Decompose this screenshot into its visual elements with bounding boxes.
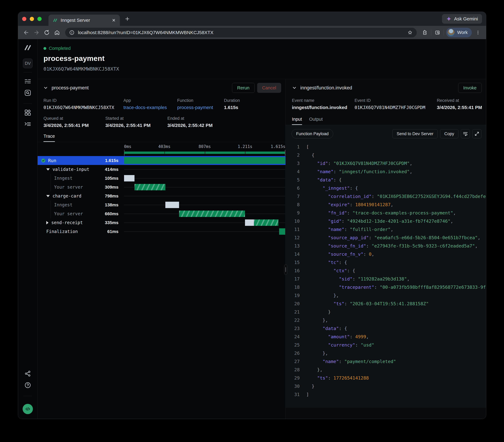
meta-item: Apptrace-docs-examples (124, 98, 177, 110)
site-info-icon[interactable] (69, 30, 74, 35)
url-bar[interactable]: localhost:8288/run?runID=01KJX6Q7W64NMKM… (65, 28, 417, 37)
run-id: 01KJX6Q7W64NMKMWBNKCJ58XTX (43, 66, 486, 72)
timeline-track (124, 174, 285, 183)
meta-value[interactable]: trace-docs-examples (124, 105, 177, 110)
trace-section-title[interactable]: process-payment (52, 85, 89, 91)
timeline-minimap[interactable] (124, 150, 285, 156)
env-badge[interactable]: DV (23, 59, 33, 68)
meta-item: Event ID01KJX6Q7V81N4DMZ7HFJ0CGPDM (355, 98, 437, 110)
help-icon[interactable] (23, 380, 33, 390)
code-line: 12 "source_app_id": "eea6afc5-e66d-5b26-… (292, 234, 486, 242)
code-line: 30 } (292, 382, 486, 391)
status-dot (43, 47, 46, 50)
zoom-window-button[interactable] (37, 17, 42, 21)
event-panel: inngest/function.invoked Invoke Event na… (286, 79, 486, 419)
dev-mode-button[interactable] (23, 404, 33, 414)
line-number: 26 (292, 349, 300, 357)
chevron-down-icon[interactable] (292, 85, 297, 90)
line-number: 24 (292, 333, 300, 341)
expand-icon[interactable] (472, 129, 481, 138)
apps-icon[interactable] (23, 108, 33, 118)
code-line: 20 "ts": "2026-03-04T19:55:41.288158Z" (292, 300, 486, 308)
status-badge: Completed (49, 46, 71, 51)
collapse-triangle-icon[interactable] (46, 195, 50, 197)
collapse-triangle-icon[interactable] (46, 168, 50, 170)
trace-row[interactable]: Your server660ms (37, 209, 286, 218)
browser-tab[interactable]: Inngest Server (49, 15, 120, 26)
code-line: 22 }, (292, 316, 486, 324)
expand-triangle-icon[interactable] (46, 221, 49, 224)
meta-item: Functionprocess-payment (177, 98, 224, 110)
trace-row[interactable]: Your server309ms (37, 183, 286, 192)
close-window-button[interactable] (22, 17, 26, 21)
meta-value: 3/4/2026, 2:55:41 PM (43, 123, 105, 128)
trace-row[interactable]: Inngest138ms (37, 201, 286, 209)
invoke-button[interactable]: Invoke (458, 83, 482, 93)
cancel-button[interactable]: Cancel (257, 83, 281, 93)
trace-row[interactable]: Finalization61ms (37, 227, 286, 236)
trace-row[interactable]: validate-input414ms (37, 165, 286, 174)
chevron-down-icon[interactable] (43, 85, 48, 90)
sidebar-search-icon[interactable] (433, 29, 442, 37)
meta-label: Started at (105, 116, 167, 121)
meta-item: Ended at3/4/2026, 2:55:42 PM (167, 116, 213, 128)
axis-tick-label: 0ms (124, 144, 131, 149)
line-number: 10 (292, 217, 300, 225)
payload-code[interactable]: 1[2 {3 "id": "01KJX6Q7V81N4DMZ7HFJ0CGPDM… (292, 143, 486, 408)
timeline-track (124, 209, 285, 218)
send-to-dev-server-button[interactable]: Send to Dev Server (392, 129, 438, 138)
tab-output[interactable]: Output (309, 117, 323, 125)
minimize-window-button[interactable] (30, 17, 34, 21)
trace-row[interactable]: Run1.615s (37, 156, 286, 165)
step-name: Inngest (37, 176, 72, 181)
meta-label: Function (177, 98, 224, 103)
trace-row[interactable]: charge-card798ms (37, 192, 286, 201)
step-duration: 61ms (107, 229, 118, 234)
tab-strip: Inngest Server Ask Gemini (18, 12, 486, 26)
span-bar-exec (254, 220, 278, 226)
tab-trace[interactable]: Trace (43, 134, 55, 142)
runs-filter-icon[interactable] (23, 76, 33, 86)
code-line: 29 "ts": 1772654141288 (292, 374, 486, 382)
meta-item: Duration1.615s (224, 98, 240, 110)
tab-close-icon[interactable] (112, 18, 116, 22)
reload-icon[interactable] (43, 29, 51, 37)
new-tab-button[interactable] (125, 16, 130, 22)
span-bar-exec (179, 211, 245, 217)
code-line: 2 { (292, 151, 486, 159)
meta-value[interactable]: process-payment (177, 105, 224, 110)
copy-button[interactable]: Copy (440, 129, 458, 138)
ask-gemini-button[interactable]: Ask Gemini (442, 14, 482, 24)
main-area: Completed process-payment 01KJX6Q7W64NMK… (37, 39, 486, 419)
code-line: 27 "name": "payment/completed" (292, 357, 486, 366)
terminal-logs-icon[interactable] (23, 119, 33, 129)
minimap-end-tick (285, 150, 285, 156)
extensions-icon[interactable] (421, 29, 429, 37)
home-icon[interactable] (53, 29, 61, 37)
profile-button[interactable]: Work (446, 28, 472, 37)
share-icon[interactable] (23, 369, 33, 378)
forward-icon[interactable] (32, 29, 40, 37)
span-bar-queue (165, 202, 179, 208)
trace-row[interactable]: send-receipt335ms (37, 218, 286, 227)
event-section-title[interactable]: inngest/function.invoked (300, 85, 352, 91)
line-number: 19 (292, 291, 300, 300)
event-search-icon[interactable] (23, 88, 33, 98)
timeline-track (124, 218, 285, 227)
tab-title: Inngest Server (61, 18, 109, 23)
step-duration: 105ms (105, 176, 118, 181)
meta-label: Run ID (43, 98, 124, 103)
menu-dots-icon[interactable] (474, 29, 482, 37)
rail-divider (23, 72, 32, 72)
function-payload-pill[interactable]: Function Payload (292, 129, 333, 138)
bookmark-star-icon[interactable] (407, 30, 413, 35)
code-line: 21 } (292, 308, 486, 316)
rerun-button[interactable]: Rerun (232, 83, 255, 93)
code-line: 13 "source_fn_id": "e27943fe-f31b-5c9b-9… (292, 242, 486, 250)
panel-resize-handle[interactable] (284, 264, 287, 275)
word-wrap-icon[interactable] (461, 129, 470, 138)
back-icon[interactable] (22, 29, 30, 37)
tab-input[interactable]: Input (292, 117, 302, 125)
code-line: 17 "sid": "119282aa29b3d138", (292, 275, 486, 283)
trace-row[interactable]: Inngest105ms (37, 174, 286, 183)
